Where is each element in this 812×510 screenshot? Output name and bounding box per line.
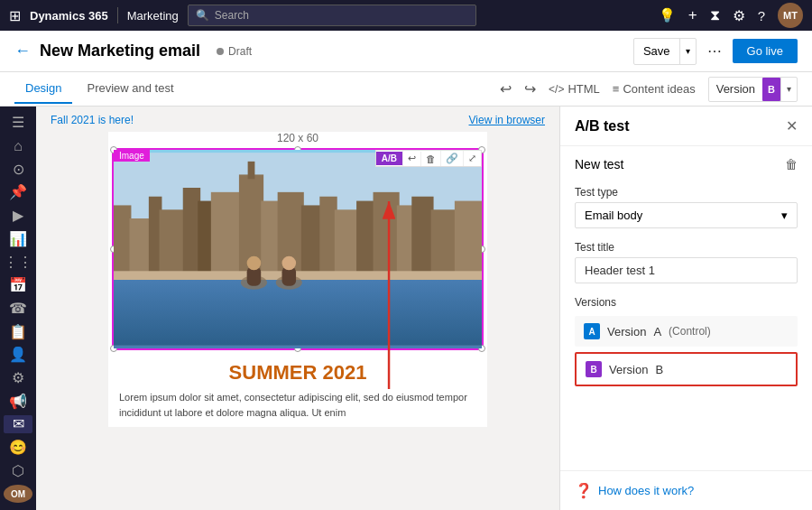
preview-bar: Fall 2021 is here! View in browser [51, 114, 545, 126]
version-a-row[interactable]: A Version A (Control) [575, 316, 798, 347]
size-label: 120 x 60 [108, 132, 487, 144]
back-button[interactable]: ← [14, 42, 31, 60]
new-test-row: New test 🗑 [575, 157, 798, 172]
avatar[interactable]: MT [778, 3, 803, 28]
sidebar-phone-icon[interactable]: ☎ [4, 300, 32, 318]
version-b-badge: B [762, 78, 780, 101]
svg-rect-10 [248, 162, 255, 179]
sidebar-play-icon[interactable]: ▶ [4, 207, 32, 225]
image-container[interactable]: Image A/B ↩ 🗑 🔗 ⤢ [112, 148, 484, 350]
test-type-label: Test type [575, 186, 798, 199]
fall-text: Fall 2021 is here! [51, 114, 134, 126]
version-b-badge-panel: B [586, 361, 602, 377]
sidebar-home-icon[interactable]: ⌂ [4, 137, 32, 155]
version-text: Version [709, 82, 762, 96]
draft-dot [217, 48, 224, 55]
html-button[interactable]: </> HTML [549, 82, 600, 96]
search-bar[interactable]: 🔍 Search [188, 5, 476, 26]
save-chevron[interactable]: ▾ [679, 39, 696, 64]
version-selector[interactable]: Version B ▾ [708, 77, 798, 102]
golive-button[interactable]: Go live [733, 39, 798, 63]
panel-header: A/B test ✕ [560, 107, 812, 146]
link-icon[interactable]: 🔗 [440, 151, 463, 166]
version-b-letter-text: B [655, 363, 663, 376]
list-icon: ≡ [613, 82, 620, 96]
how-it-works-label: How does it work? [598, 484, 694, 497]
delete-icon[interactable]: 🗑 [785, 157, 798, 172]
redo-icon[interactable]: ↪ [524, 80, 536, 97]
top-nav: ⊞ Dynamics 365 Marketing 🔍 Search 💡 + ⧗ … [0, 0, 812, 31]
select-chevron: ▾ [781, 209, 788, 222]
search-placeholder: Search [215, 9, 249, 22]
city-image [114, 150, 482, 348]
sidebar-calendar-icon[interactable]: 📅 [4, 276, 32, 294]
svg-point-29 [282, 256, 297, 271]
close-button[interactable]: ✕ [786, 117, 798, 134]
test-title-group: Test title [575, 241, 798, 283]
panel-footer: ❓ How does it work? [560, 470, 812, 510]
sidebar-emoji-icon[interactable]: 😊 [4, 439, 32, 457]
more-button[interactable]: ⋯ [704, 39, 725, 63]
sidebar-recent-icon[interactable]: ⊙ [4, 160, 32, 178]
sidebar-email-icon[interactable]: ✉ [4, 415, 32, 433]
add-icon[interactable]: + [688, 6, 697, 24]
sidebar-person-icon[interactable]: 👤 [4, 346, 32, 364]
help-icon[interactable]: ? [758, 8, 765, 23]
tabs-toolbar: ↩ ↪ </> HTML ≡ Content ideas Version B ▾ [500, 77, 798, 102]
panel-body: New test 🗑 Test type Email body ▾ Test t… [560, 146, 812, 470]
return-icon[interactable]: ↩ [402, 151, 420, 166]
ab-test-panel: A/B test ✕ New test 🗑 Test type Email bo… [559, 107, 812, 510]
version-a-badge: A [584, 323, 600, 339]
sidebar-list-icon[interactable]: ⋮⋮ [4, 253, 32, 271]
app-name: Marketing [127, 9, 179, 23]
version-chevron[interactable]: ▾ [780, 78, 797, 101]
save-button[interactable]: Save ▾ [633, 38, 697, 65]
save-label: Save [634, 44, 679, 58]
filter-icon[interactable]: ⧗ [710, 7, 720, 23]
version-b-row[interactable]: B Version B [575, 352, 798, 386]
test-title-label: Test title [575, 241, 798, 254]
test-type-group: Test type Email body ▾ [575, 186, 798, 228]
sidebar-gear-icon[interactable]: ⚙ [4, 369, 32, 387]
settings-icon[interactable]: ⚙ [733, 7, 745, 24]
draft-label: Draft [228, 45, 252, 58]
html-icon: </> [549, 83, 564, 96]
tab-design[interactable]: Design [14, 74, 72, 104]
sidebar-chart-icon[interactable]: 📊 [4, 230, 32, 248]
trash-icon[interactable]: 🗑 [420, 152, 440, 166]
body-text: Lorem ipsum dolor sit amet, consectetur … [108, 390, 487, 427]
undo-icon[interactable]: ↩ [500, 80, 512, 97]
sidebar-hex-icon[interactable]: ⬡ [4, 462, 32, 480]
sidebar-menu-icon[interactable]: ☰ [4, 114, 32, 132]
content-ideas-button[interactable]: ≡ Content ideas [613, 82, 696, 96]
test-type-select[interactable]: Email body ▾ [575, 202, 798, 228]
tab-preview[interactable]: Preview and test [76, 74, 184, 104]
second-bar-actions: Save ▾ ⋯ Go live [633, 38, 798, 65]
sidebar-user-badge[interactable]: OM [4, 485, 32, 503]
version-a-letter-text: A [653, 325, 661, 338]
versions-section: Versions A Version A (Control) B Version… [575, 296, 798, 386]
canvas-area: Fall 2021 is here! View in browser 120 x… [36, 107, 559, 510]
version-a-name: Version [607, 325, 646, 338]
html-label: HTML [567, 82, 599, 96]
version-b-name: Version [609, 363, 648, 376]
grid-icon[interactable]: ⊞ [9, 7, 21, 24]
ab-toolbar: A/B ↩ 🗑 🔗 ⤢ [375, 150, 482, 167]
move-icon[interactable]: ⤢ [463, 151, 481, 166]
lightbulb-icon[interactable]: 💡 [659, 7, 676, 23]
view-in-browser-link[interactable]: View in browser [469, 114, 545, 126]
draft-badge: Draft [217, 45, 252, 58]
question-circle-icon: ❓ [575, 482, 593, 499]
search-icon: 🔍 [196, 9, 209, 22]
version-a-control: (Control) [669, 325, 711, 338]
content-ideas-label: Content ideas [623, 82, 695, 96]
ab-button[interactable]: A/B [376, 152, 402, 165]
sidebar-pin-icon[interactable]: 📌 [4, 183, 32, 201]
left-sidebar: ☰ ⌂ ⊙ 📌 ▶ 📊 ⋮⋮ 📅 ☎ 📋 👤 ⚙ 📢 ✉ 😊 ⬡ OM [0, 107, 36, 510]
how-it-works-link[interactable]: ❓ How does it work? [575, 482, 798, 499]
canvas-frame: 120 x 60 Image A/B ↩ 🗑 🔗 ⤢ [108, 132, 487, 427]
sidebar-megaphone-icon[interactable]: 📢 [4, 392, 32, 410]
sidebar-clipboard-icon[interactable]: 📋 [4, 322, 32, 340]
page-title: New Marketing email [40, 42, 200, 60]
test-title-input[interactable] [575, 257, 798, 283]
